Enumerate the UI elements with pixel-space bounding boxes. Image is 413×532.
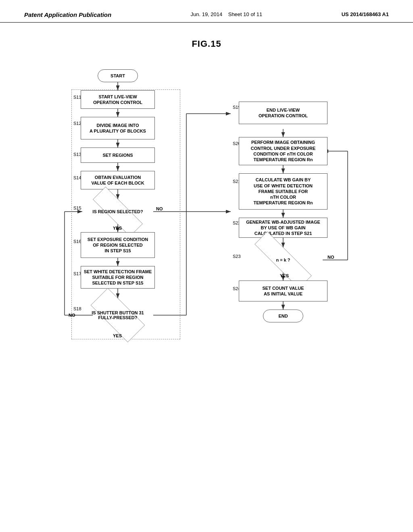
label-s16: S16 [73, 239, 81, 244]
step-s18: IS SHUTTER BUTTON 31FULLY-PRESSED? [81, 298, 155, 332]
step-s22: GENERATE WB-ADJUSTED IMAGEBY USE OF WB G… [239, 218, 327, 238]
step-s12: DIVIDE IMAGE INTOA PLURALITY OF BLOCKS [81, 117, 155, 139]
label-s12: S12 [73, 121, 81, 126]
step-s11: START LIVE-VIEWOPERATION CONTROL [81, 90, 155, 109]
yes-s23: YES [280, 273, 289, 278]
step-s14: OBTAIN EVALUATIONVALUE OF EACH BLOCK [81, 171, 155, 189]
step-s17: SET WHITE DETECTION FRAMESUITABLE FOR RE… [81, 266, 155, 289]
label-s11: S11 [73, 95, 81, 100]
label-s18: S18 [73, 306, 81, 311]
header-publication-label: Patent Application Publication [24, 11, 111, 18]
step-s23: n = k ? [239, 247, 327, 272]
label-s15: S15 [73, 206, 81, 210]
step-s15: IS REGION SELECTED? [81, 199, 155, 224]
yes-s15: YES [113, 226, 122, 231]
no-s23: NO [327, 255, 334, 260]
step-s16: SET EXPOSURE CONDITIONOF REGION SELECTED… [81, 232, 155, 258]
step-s20: PERFORM IMAGE OBTAININGCONTROL UNDER EXP… [239, 137, 327, 165]
header-date-sheet: Jun. 19, 2014 Sheet 10 of 11 [190, 11, 262, 17]
step-s21: CALCULATE WB GAIN BYUSE OF WHITE DETECTI… [239, 173, 327, 210]
step-s13: SET REGIONS [81, 148, 155, 163]
step-s19: END LIVE-VIEWOPERATION CONTROL [239, 102, 327, 124]
yes-s18: YES [113, 333, 122, 338]
label-s14: S14 [73, 175, 81, 180]
step-s24: SET COUNT VALUEAS INITIAL VALUE [239, 281, 327, 301]
no-s15: NO [156, 206, 163, 211]
no-s18: NO [69, 313, 75, 318]
start-node: START [98, 69, 138, 82]
label-s17: S17 [73, 271, 81, 276]
figure-title: FIG.15 [0, 39, 413, 49]
page-header: Patent Application Publication Jun. 19, … [0, 0, 413, 23]
flowchart: START S11 START LIVE-VIEWOPERATION CONTR… [33, 61, 380, 484]
header-patent-number: US 2014/168463 A1 [342, 11, 389, 17]
label-s13: S13 [73, 152, 81, 157]
end-node: END [263, 310, 303, 322]
